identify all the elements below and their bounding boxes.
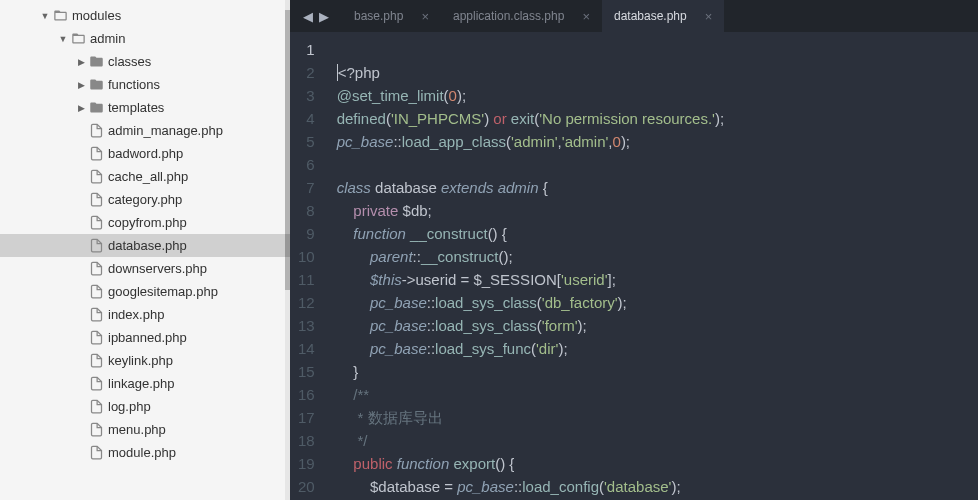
file-icon	[88, 169, 104, 185]
file-linkage.php[interactable]: linkage.php	[0, 372, 290, 395]
line-number: 12	[298, 291, 315, 314]
line-number: 19	[298, 452, 315, 475]
close-icon[interactable]: ×	[421, 9, 429, 24]
file-copyfrom.php[interactable]: copyfrom.php	[0, 211, 290, 234]
line-number: 9	[298, 222, 315, 245]
folder-icon	[52, 8, 68, 24]
file-icon	[88, 146, 104, 162]
tree-item-label: keylink.php	[108, 353, 173, 368]
folder-icon	[70, 31, 86, 47]
file-database.php[interactable]: database.php	[0, 234, 290, 257]
tab-base.php[interactable]: base.php×	[342, 0, 441, 32]
tree-item-label: database.php	[108, 238, 187, 253]
file-icon	[88, 307, 104, 323]
line-number: 13	[298, 314, 315, 337]
line-number: 2	[298, 61, 315, 84]
editor-top-bar: ◀ ▶ base.php×application.class.php×datab…	[290, 0, 978, 32]
chevron-right-icon[interactable]	[76, 80, 86, 90]
tree-item-label: functions	[108, 77, 160, 92]
folder-classes[interactable]: classes	[0, 50, 290, 73]
close-icon[interactable]: ×	[705, 9, 713, 24]
nav-back-icon[interactable]: ◀	[303, 9, 313, 24]
file-explorer-sidebar: modulesadminclassesfunctionstemplatesadm…	[0, 0, 290, 500]
file-module.php[interactable]: module.php	[0, 441, 290, 464]
file-icon	[88, 445, 104, 461]
file-keylink.php[interactable]: keylink.php	[0, 349, 290, 372]
file-cache_all.php[interactable]: cache_all.php	[0, 165, 290, 188]
file-icon	[88, 422, 104, 438]
folder-icon	[88, 100, 104, 116]
tree-item-label: templates	[108, 100, 164, 115]
tab-database.php[interactable]: database.php×	[602, 0, 724, 32]
file-icon	[88, 215, 104, 231]
tree-item-label: googlesitemap.php	[108, 284, 218, 299]
file-icon	[88, 123, 104, 139]
folder-modules[interactable]: modules	[0, 4, 290, 27]
tree-item-label: index.php	[108, 307, 164, 322]
file-admin_manage.php[interactable]: admin_manage.php	[0, 119, 290, 142]
tab-bar: base.php×application.class.php×database.…	[342, 0, 978, 32]
chevron-right-icon[interactable]	[76, 57, 86, 67]
file-ipbanned.php[interactable]: ipbanned.php	[0, 326, 290, 349]
tree-item-label: modules	[72, 8, 121, 23]
line-number: 18	[298, 429, 315, 452]
line-number: 1	[298, 38, 315, 61]
sidebar-scrollbar-thumb[interactable]	[285, 10, 290, 290]
file-icon	[88, 330, 104, 346]
line-number: 20	[298, 475, 315, 498]
line-number: 16	[298, 383, 315, 406]
file-icon	[88, 376, 104, 392]
file-downservers.php[interactable]: downservers.php	[0, 257, 290, 280]
line-number: 8	[298, 199, 315, 222]
tree-item-label: cache_all.php	[108, 169, 188, 184]
nav-arrows: ◀ ▶	[290, 0, 342, 32]
tree-item-label: linkage.php	[108, 376, 175, 391]
chevron-down-icon[interactable]	[40, 11, 50, 21]
tree-item-label: classes	[108, 54, 151, 69]
tab-application.class.php[interactable]: application.class.php×	[441, 0, 602, 32]
line-number: 4	[298, 107, 315, 130]
folder-templates[interactable]: templates	[0, 96, 290, 119]
chevron-right-icon[interactable]	[76, 103, 86, 113]
tree-item-label: ipbanned.php	[108, 330, 187, 345]
tree-item-label: downservers.php	[108, 261, 207, 276]
nav-forward-icon[interactable]: ▶	[319, 9, 329, 24]
sidebar-scrollbar[interactable]	[285, 0, 290, 500]
tab-label: application.class.php	[453, 9, 564, 23]
folder-admin[interactable]: admin	[0, 27, 290, 50]
tree-item-label: category.php	[108, 192, 182, 207]
tree-item-label: module.php	[108, 445, 176, 460]
file-badword.php[interactable]: badword.php	[0, 142, 290, 165]
folder-icon	[88, 77, 104, 93]
line-number: 14	[298, 337, 315, 360]
tree-item-label: badword.php	[108, 146, 183, 161]
file-icon	[88, 261, 104, 277]
line-number: 17	[298, 406, 315, 429]
chevron-down-icon[interactable]	[58, 34, 68, 44]
tree-item-label: copyfrom.php	[108, 215, 187, 230]
line-gutter: 1234567891011121314151617181920	[290, 32, 329, 500]
line-number: 10	[298, 245, 315, 268]
file-category.php[interactable]: category.php	[0, 188, 290, 211]
tree-item-label: menu.php	[108, 422, 166, 437]
folder-functions[interactable]: functions	[0, 73, 290, 96]
file-googlesitemap.php[interactable]: googlesitemap.php	[0, 280, 290, 303]
tree-item-label: admin_manage.php	[108, 123, 223, 138]
code-area[interactable]: 1234567891011121314151617181920 <?php @s…	[290, 32, 978, 500]
file-icon	[88, 399, 104, 415]
file-icon	[88, 284, 104, 300]
editor-pane: ◀ ▶ base.php×application.class.php×datab…	[290, 0, 978, 500]
line-number: 5	[298, 130, 315, 153]
close-icon[interactable]: ×	[582, 9, 590, 24]
code-content[interactable]: <?php @set_time_limit(0); defined('IN_PH…	[329, 32, 735, 500]
file-icon	[88, 238, 104, 254]
file-index.php[interactable]: index.php	[0, 303, 290, 326]
file-icon	[88, 192, 104, 208]
tree-item-label: log.php	[108, 399, 151, 414]
folder-icon	[88, 54, 104, 70]
line-number: 6	[298, 153, 315, 176]
line-number: 7	[298, 176, 315, 199]
tree-item-label: admin	[90, 31, 125, 46]
file-log.php[interactable]: log.php	[0, 395, 290, 418]
file-menu.php[interactable]: menu.php	[0, 418, 290, 441]
